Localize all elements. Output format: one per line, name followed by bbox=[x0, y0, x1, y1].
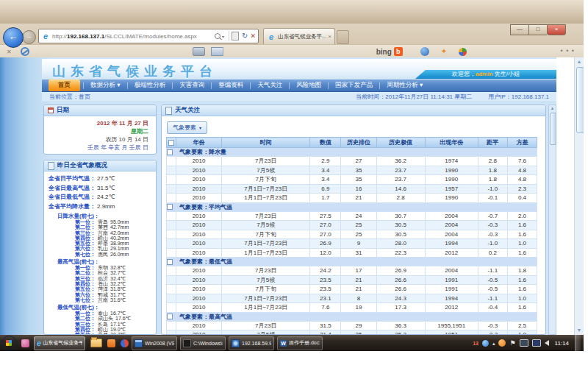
sharing-icon[interactable] bbox=[459, 48, 467, 56]
content-scrollbar[interactable]: ▲ bbox=[548, 105, 556, 335]
cell: 6.9 bbox=[310, 184, 341, 194]
refresh-icon[interactable]: ↻ bbox=[242, 32, 248, 40]
minimize-button[interactable]: — bbox=[510, 24, 528, 35]
taskbar-app-button-0[interactable]: Win2008 (VS2... bbox=[132, 336, 177, 350]
taskbar-app-button-3[interactable]: W操作手册.docx - bbox=[277, 336, 323, 350]
weather-watch-panel: 天气关注 气象要素▾ 年份时间数值历史排位历史极值出现年份距平方差气象要素：降水… bbox=[161, 105, 546, 335]
cell: 2004 bbox=[425, 221, 478, 230]
tray-expand-icon[interactable]: ▴ bbox=[492, 341, 495, 346]
search-dropdown-icon[interactable]: ▾ bbox=[222, 34, 224, 39]
element-selector-button[interactable]: 气象要素▾ bbox=[167, 121, 207, 134]
browser-tab[interactable]: e 山东省气候业务平... × bbox=[263, 28, 335, 44]
station-name: 莒南 bbox=[98, 230, 108, 236]
nav-item-7[interactable]: 国家下发产品 bbox=[329, 81, 379, 90]
show-desktop-button[interactable] bbox=[575, 335, 581, 351]
search-icon[interactable] bbox=[215, 33, 220, 39]
start-button[interactable] bbox=[1, 336, 17, 351]
group-label: 气象要素：最低气温 bbox=[176, 258, 537, 266]
cell: 14.6 bbox=[376, 184, 425, 194]
group-label: 气象要素：降水量 bbox=[176, 148, 537, 157]
group-collapse-checkbox[interactable] bbox=[167, 149, 173, 155]
cell: 30.5 bbox=[376, 221, 425, 230]
nav-item-6[interactable]: 风险地图 bbox=[290, 81, 328, 90]
select-all-checkbox[interactable] bbox=[168, 140, 174, 146]
cell: 2010 bbox=[176, 285, 222, 294]
group-header-row: 气象要素：降水量 bbox=[167, 148, 537, 157]
toolbar-close-icon[interactable]: ✕ bbox=[7, 49, 12, 55]
nav-item-2[interactable]: 极端性分析 bbox=[128, 81, 173, 90]
group-label: 气象要素：最高气温 bbox=[176, 312, 537, 321]
pinned-app-icon[interactable] bbox=[121, 339, 129, 347]
ranking-row: 第七位：惠民26.0mm bbox=[49, 252, 153, 257]
group-collapse-checkbox[interactable] bbox=[167, 204, 173, 210]
nav-item-0[interactable]: 首页 bbox=[49, 79, 80, 91]
taskbar-ie-button[interactable]: e 山东省气候业务平... bbox=[34, 336, 85, 350]
nav-item-8[interactable]: 周期性分析 ▾ bbox=[380, 81, 429, 90]
cell: 16 bbox=[341, 184, 376, 194]
cell: 27.0 bbox=[310, 230, 341, 239]
group-collapse-checkbox[interactable] bbox=[167, 259, 173, 265]
group-checkbox-cell bbox=[167, 148, 176, 157]
row-checkbox-cell bbox=[167, 175, 176, 185]
nav-item-5[interactable]: 天气关注 bbox=[251, 81, 289, 90]
close-button[interactable]: × bbox=[547, 24, 566, 35]
ranking-row: 第四位：崂山40.2mm bbox=[49, 236, 153, 241]
station-name: 东明 bbox=[98, 265, 108, 270]
pinned-app-icon[interactable] bbox=[21, 339, 29, 347]
action-center-flag-icon[interactable]: ⚑ bbox=[509, 340, 515, 347]
stat-value: 24.2℃ bbox=[97, 193, 115, 202]
mail-icon[interactable] bbox=[211, 47, 223, 56]
bing-logo[interactable]: bing b bbox=[376, 47, 403, 56]
back-button[interactable]: ← bbox=[3, 27, 24, 48]
pinned-app-icon[interactable] bbox=[107, 339, 115, 347]
explorer-icon[interactable] bbox=[90, 339, 102, 347]
blocked-icon[interactable] bbox=[21, 47, 29, 56]
summary-stat: 全省日平均气温：27.5℃ bbox=[49, 174, 153, 184]
group-collapse-checkbox[interactable] bbox=[167, 314, 173, 319]
taskbar: e 山东省气候业务平... Win2008 (VS2...C:\Windows\… bbox=[0, 335, 584, 351]
cell: 26.6 bbox=[376, 275, 425, 285]
ranking-row: 第一位：东明32.8℃ bbox=[49, 265, 153, 270]
browser-tray-icon[interactable] bbox=[498, 339, 506, 347]
display-icon[interactable] bbox=[532, 339, 541, 347]
cell: 1.6 bbox=[507, 221, 537, 230]
nav-item-4[interactable]: 整编资料 bbox=[212, 81, 250, 90]
ranking-row: 第一位：青岛95.0mm bbox=[49, 219, 153, 224]
browser-scrollbar[interactable]: ▲ ▼ bbox=[574, 57, 584, 335]
scroll-up-icon[interactable]: ▲ bbox=[575, 57, 584, 66]
compatibility-icon[interactable] bbox=[232, 32, 239, 40]
maximize-button[interactable]: □ bbox=[528, 24, 547, 35]
volume-icon[interactable] bbox=[545, 340, 549, 346]
scroll-up-icon[interactable]: ▲ bbox=[549, 105, 556, 112]
table-row: 20101月1日~7月23日7.61917.32012-0.41.6 bbox=[167, 303, 537, 313]
toolbar-overflow-icon[interactable]: • • • bbox=[561, 47, 575, 54]
card-icon[interactable] bbox=[193, 47, 205, 56]
nav-item-1[interactable]: 数据分析 ▾ bbox=[84, 81, 127, 90]
report-icon bbox=[48, 162, 54, 170]
welcome-ribbon: 欢迎您，admin 先生/小姐 bbox=[415, 70, 556, 79]
messenger-tray-icon[interactable] bbox=[482, 340, 489, 347]
column-header: 时间 bbox=[222, 138, 310, 148]
tab-close-icon[interactable]: × bbox=[328, 33, 331, 40]
scrollbar-thumb[interactable] bbox=[576, 67, 584, 133]
cell: 7月5候 bbox=[222, 275, 310, 285]
messenger-icon[interactable] bbox=[420, 47, 429, 56]
column-header: 历史排位 bbox=[341, 138, 376, 148]
row-checkbox-cell bbox=[167, 166, 176, 175]
cell: 2010 bbox=[176, 221, 222, 230]
sparkle-icon[interactable]: ✦ bbox=[441, 48, 447, 55]
scroll-down-icon[interactable]: ▼ bbox=[575, 326, 584, 335]
scrollbar-thumb[interactable] bbox=[550, 113, 556, 145]
taskbar-app-button-1[interactable]: C:\Windows\s... bbox=[180, 336, 226, 350]
cell: 2010 bbox=[176, 266, 222, 276]
taskbar-app-button-2[interactable]: 192.168.59.99... bbox=[229, 336, 274, 350]
new-tab-button[interactable] bbox=[337, 30, 349, 44]
nav-item-3[interactable]: 灾害查询 bbox=[173, 81, 211, 90]
cell: 7.6 bbox=[507, 157, 537, 166]
address-bar[interactable]: e http://192.168.137.1/SLCCLIMATE/module… bbox=[38, 29, 259, 43]
stop-icon[interactable]: ✕ bbox=[250, 32, 256, 40]
clock[interactable]: 11:14 bbox=[555, 340, 569, 347]
cell: 2010 bbox=[176, 303, 222, 313]
network-icon[interactable] bbox=[520, 339, 528, 347]
forward-button[interactable]: → bbox=[22, 30, 36, 44]
